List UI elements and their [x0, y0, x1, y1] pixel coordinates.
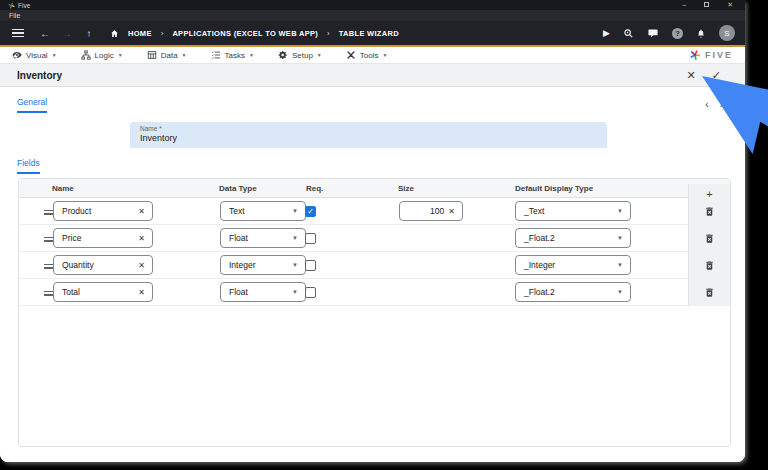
data-type-select[interactable]: Text▼ — [220, 201, 306, 221]
checklist-icon — [211, 50, 221, 60]
required-checkbox[interactable]: ✓ — [305, 260, 316, 271]
chevron-down-icon: ▼ — [292, 289, 298, 295]
window-controls: – ✕ — [682, 0, 737, 10]
field-name-input[interactable]: ✕ — [53, 282, 153, 302]
data-type-select[interactable]: Float▼ — [220, 282, 306, 302]
os-titlebar: Five – ✕ — [0, 0, 745, 10]
minimize-button[interactable]: – — [682, 0, 686, 10]
required-checkbox[interactable]: ✓ — [305, 206, 316, 217]
record-form: ‹ › General Name * Inventory Fields Name… — [0, 87, 745, 462]
required-checkbox[interactable]: ✓ — [305, 233, 316, 244]
menu-bar: File — [0, 10, 745, 21]
back-button[interactable]: ← — [34, 28, 56, 39]
display-type-select[interactable]: _Float.2▼ — [515, 228, 631, 248]
previous-record-button[interactable]: ‹ — [705, 99, 708, 110]
eye-icon — [12, 50, 22, 60]
notifications-bell-icon[interactable] — [696, 28, 706, 39]
record-pager: ‹ › — [705, 99, 723, 110]
feedback-icon[interactable] — [647, 28, 659, 39]
tab-fields[interactable]: Fields — [17, 158, 40, 174]
toolbar-menu-tools[interactable]: Tools ▼ — [346, 50, 388, 60]
clear-icon[interactable]: ✕ — [138, 288, 152, 297]
clear-icon[interactable]: ✕ — [138, 234, 152, 243]
screen: { "titlebar": { "app_title": "Five", "mi… — [0, 0, 768, 470]
field-name-input[interactable]: ✕ — [53, 201, 153, 221]
name-field-value: Inventory — [140, 133, 597, 143]
cancel-record-button[interactable]: ✕ — [687, 69, 696, 82]
field-name-input[interactable]: ✕ — [53, 255, 153, 275]
display-type-select[interactable]: _Integer▼ — [515, 255, 631, 275]
chevron-down-icon: ▼ — [249, 52, 254, 58]
column-header-display-type: Default Display Type — [515, 184, 593, 193]
chevron-down-icon: ▼ — [617, 289, 623, 295]
record-header: Inventory ✕ ✓ — [0, 64, 745, 87]
clear-icon[interactable]: ✕ — [138, 261, 152, 270]
chevron-down-icon: ▼ — [617, 235, 623, 241]
chevron-down-icon: ▼ — [292, 208, 298, 214]
help-icon[interactable]: ? — [672, 28, 683, 39]
delete-field-button[interactable] — [688, 225, 730, 252]
breadcrumb-table-wizard[interactable]: TABLE WIZARD — [339, 29, 399, 38]
nav-right-controls: ▶ ? S — [603, 25, 745, 41]
close-window-button[interactable]: ✕ — [727, 0, 733, 10]
clear-icon[interactable]: ✕ — [448, 207, 462, 216]
field-row-total: ✕ Float▼ ✓ _Float.2▼ — [19, 279, 730, 306]
chevron-down-icon: ▼ — [617, 262, 623, 268]
display-type-select[interactable]: _Text▼ — [515, 201, 631, 221]
home-icon — [110, 29, 119, 38]
workflow-icon — [81, 50, 91, 60]
brand-text: FIVE — [705, 50, 733, 60]
chevron-down-icon: ▼ — [292, 262, 298, 268]
chevron-down-icon: ▼ — [383, 52, 388, 58]
field-row-quantity: ✕ Integer▼ ✓ _Integer▼ — [19, 252, 730, 279]
window-title: Five — [18, 2, 30, 9]
breadcrumb-home[interactable]: HOME — [128, 29, 152, 38]
toolbar-menu-logic[interactable]: Logic ▼ — [81, 50, 123, 60]
toolbar-menu-setup[interactable]: Setup ▼ — [278, 50, 322, 60]
delete-field-button[interactable] — [688, 279, 730, 306]
data-type-select[interactable]: Float▼ — [220, 228, 306, 248]
tab-general[interactable]: General — [17, 97, 47, 113]
column-header-size: Size — [398, 184, 414, 193]
clear-icon[interactable]: ✕ — [138, 207, 152, 216]
fields-table: Name Data Type Req. Size Default Display… — [18, 178, 731, 447]
next-record-button[interactable]: › — [720, 99, 723, 110]
up-button[interactable]: ↑ — [78, 28, 100, 39]
fields-table-header: Name Data Type Req. Size Default Display… — [19, 179, 730, 198]
maximize-button[interactable] — [704, 0, 709, 10]
name-field[interactable]: Name * Inventory — [130, 122, 607, 148]
delete-field-button[interactable] — [688, 198, 730, 225]
column-header-name: Name — [52, 184, 74, 193]
forward-button[interactable]: → — [56, 28, 78, 39]
app-toolbar: Visual ▼ Logic ▼ Data ▼ — [0, 47, 745, 64]
toolbar-menu-visual[interactable]: Visual ▼ — [12, 50, 57, 60]
toolbar-menu-tasks[interactable]: Tasks ▼ — [211, 50, 254, 60]
user-avatar[interactable]: S — [719, 25, 735, 41]
field-row-product: ✕ Text▼ ✓ ✕ _Text▼ — [19, 198, 730, 225]
menu-file[interactable]: File — [9, 12, 20, 19]
app-window: Five – ✕ File ← → ↑ HOME › APPLICATIONS … — [0, 0, 745, 462]
toolbar-menu-data[interactable]: Data ▼ — [147, 50, 187, 60]
five-brand-logo: FIVE — [689, 49, 745, 61]
required-checkbox[interactable]: ✓ — [305, 287, 316, 298]
display-type-select[interactable]: _Float.2▼ — [515, 282, 631, 302]
chevron-down-icon: ▼ — [317, 52, 322, 58]
tools-icon — [346, 50, 356, 60]
column-header-data-type: Data Type — [219, 184, 257, 193]
field-name-input[interactable]: ✕ — [53, 228, 153, 248]
data-type-select[interactable]: Integer▼ — [220, 255, 306, 275]
chevron-down-icon: ▼ — [182, 52, 187, 58]
five-app-icon — [8, 2, 15, 9]
hamburger-menu-icon[interactable] — [12, 27, 24, 40]
chevron-down-icon: ▼ — [52, 52, 57, 58]
field-size-input[interactable]: ✕ — [399, 201, 463, 221]
name-field-label: Name * — [140, 125, 597, 132]
search-icon[interactable] — [623, 28, 634, 39]
breadcrumb-separator: › — [327, 29, 330, 38]
column-header-required: Req. — [306, 184, 323, 193]
breadcrumb-applications[interactable]: APPLICATIONS (EXCEL TO WEB APP) — [172, 29, 318, 38]
save-record-button[interactable]: ✓ — [712, 69, 721, 82]
delete-field-button[interactable] — [688, 252, 730, 279]
run-play-button[interactable]: ▶ — [603, 28, 610, 38]
page-title: Inventory — [17, 70, 62, 81]
